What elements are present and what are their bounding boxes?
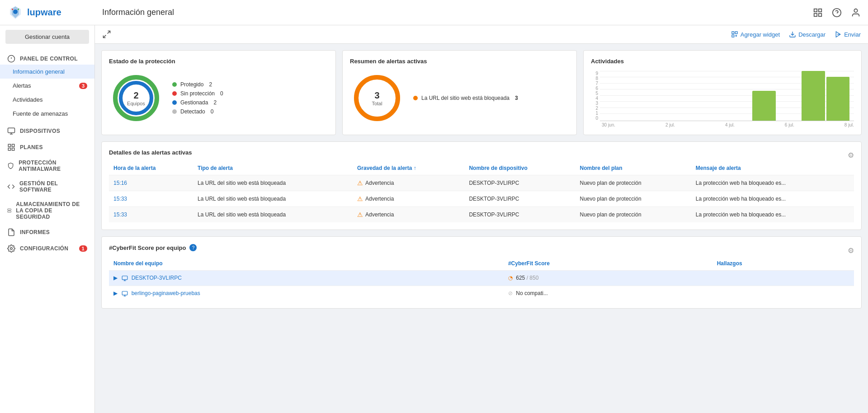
cyberfit-device-2-name[interactable]: berlingo-paginaweb-pruebas [132,290,200,296]
svg-rect-6 [819,9,821,11]
user-icon[interactable] [851,8,861,18]
alert-type-3[interactable]: La URL del sitio web está bloqueada [193,207,353,223]
alerts-card-title: Resumen de alertas activas [350,58,569,65]
expand-row-1-icon[interactable]: ▶ [113,275,118,281]
alerts-table: Hora de la alerta Tipo de alerta Graveda… [109,161,854,222]
sidebar-section-planes-header[interactable]: PLANES [7,143,87,151]
add-widget-label: Agregar widget [741,31,780,38]
informes-icon [7,228,15,236]
download-button[interactable]: Descargar [789,31,826,38]
alert-severity-warning-3: ⚠ Advertencia [357,211,460,218]
cyberfit-table-head: Nombre del equipo #CyberFit Score Hallaz… [109,257,854,271]
alert-time-1: 15:16 [109,175,193,191]
cyberfit-device-1-name[interactable]: DESKTOP-3VLIRPC [132,275,182,281]
cyberfit-help-icon[interactable]: ? [189,244,197,251]
logo-label: lupware [27,7,61,18]
sin-proteccion-label: Sin protección [180,90,215,97]
svg-point-11 [854,9,857,12]
sidebar-section-panel-header[interactable]: PANEL DE CONTROL [7,55,87,63]
sidebar-section-dispositivos-header[interactable]: DISPOSITIVOS [7,127,87,135]
main-toolbar: Agregar widget Descargar Enviar [95,25,868,44]
almacenamiento-icon [7,206,11,215]
add-widget-icon [731,31,738,38]
header-icons [813,8,861,18]
alertas-badge: 3 [79,83,87,89]
sidebar-section-almacenamiento-header[interactable]: ALMACENAMIENTO DE LA COPIA DE SEGURIDAD [7,201,87,220]
layout: Gestionar cuenta PANEL DE CONTROL Inform… [0,25,868,413]
x-label-2: 2 jul. [665,122,675,127]
cyberfit-header-row: #CyberFit Score por equipo ? ⚙ [109,244,854,257]
col-tipo-alerta: Tipo de alerta [193,161,353,175]
sidebar-item-fuente-amenazas[interactable]: Fuente de amenazas [0,107,94,121]
logo: lupware [7,5,102,21]
sidebar-item-fuente-amenazas-label: Fuente de amenazas [13,110,87,117]
add-widget-button[interactable]: Agregar widget [731,31,780,38]
sidebar-item-alertas[interactable]: Alertas 3 [0,79,94,93]
top-header: lupware Información general [0,0,868,25]
sidebar-item-info-general[interactable]: Información general [0,65,94,79]
sidebar: Gestionar cuenta PANEL DE CONTROL Inform… [0,25,95,413]
score-compat-icon-2: ⊘ [508,290,513,296]
alerts-table-body: 15:16 La URL del sitio web está bloquead… [109,175,854,223]
sidebar-section-gestion-software-header[interactable]: GESTIÓN DEL SOFTWARE [7,180,87,193]
almacenamiento-section-label: ALMACENAMIENTO DE LA COPIA DE SEGURIDAD [16,201,87,220]
alerts-donut: 3 Total [350,71,404,125]
expand-icon[interactable] [102,30,111,39]
alert-device-3: DESKTOP-3VLIRPC [464,207,575,223]
cyberfit-table: Nombre del equipo #CyberFit Score Hallaz… [109,257,854,301]
alert-plan-2: Nuevo plan de protección [576,191,691,207]
panel-section-label: PANEL DE CONTROL [20,56,78,62]
sidebar-section-planes: PLANES [0,137,94,153]
cyberfit-table-body: ▶ DESKTOP-3VLIRPC ◔ 625 / 850 [109,271,854,301]
cyberfit-settings-button[interactable]: ⚙ [848,246,854,255]
alert-url-dot [413,96,418,100]
svg-rect-8 [819,13,821,16]
x-label-3: 4 jul. [725,122,735,127]
sidebar-item-actividades[interactable]: Actividades [0,93,94,107]
alert-severity-warning-1: ⚠ Advertencia [357,179,460,187]
alert-type-2[interactable]: La URL del sitio web está bloqueada [193,191,353,207]
sidebar-section-proteccion: PROTECCIÓN ANTIMALWARE [0,153,94,174]
sidebar-section-proteccion-header[interactable]: PROTECCIÓN ANTIMALWARE [7,160,87,172]
sidebar-section-informes: INFORMES [0,222,94,238]
main-content-area: Agregar widget Descargar Enviar [95,25,868,413]
sidebar-section-informes-header[interactable]: INFORMES [7,228,87,236]
activities-card-title: Actividades [591,58,854,65]
protegido-dot [172,82,177,87]
manage-account-button[interactable]: Gestionar cuenta [5,30,89,44]
dispositivos-section-label: DISPOSITIVOS [20,128,60,134]
alerts-center-number: 3 [372,90,382,101]
cyberfit-row-2: ▶ berlingo-paginaweb-pruebas ⊘ No compat… [109,286,854,300]
chart-bars-area [600,71,854,121]
score-max-1: 850 [529,275,538,281]
cyberfit-section: #CyberFit Score por equipo ? ⚙ Nombre de… [101,236,862,309]
table-row: 15:33 La URL del sitio web está bloquead… [109,207,854,223]
protegido-label: Protegido [180,81,203,88]
col-hallazgos: Hallazgos [712,257,854,271]
detectado-label: Detectado [180,108,205,115]
svg-rect-18 [8,144,10,146]
sidebar-section-configuracion-header[interactable]: CONFIGURACIÓN 1 [7,244,87,253]
chart-x-axis: 30 jun. 2 jul. 4 jul. 6 jul. 8 jul. [591,121,854,127]
download-icon [789,31,796,38]
score-partial-icon-1: ◔ [508,275,513,281]
monitor-icon-2 [122,291,128,297]
alerts-settings-button[interactable]: ⚙ [848,151,854,160]
alert-message-2: La protección web ha bloqueado es... [691,191,854,207]
sin-proteccion-value: 0 [220,90,223,97]
alerts-table-header-row: Hora de la alerta Tipo de alerta Graveda… [109,161,854,175]
chart-y-axis: 9 8 7 6 5 4 3 2 1 0 [591,71,600,121]
help-icon[interactable] [832,8,842,18]
alerts-table-section: Detalles de las alertas activas ⚙ Hora d… [101,141,862,230]
alert-time-2: 15:33 [109,191,193,207]
expand-row-2-icon[interactable]: ▶ [113,290,118,296]
send-button[interactable]: Enviar [835,31,861,38]
warning-icon-2: ⚠ [357,195,363,202]
grid-icon[interactable] [813,8,823,18]
alert-type-1[interactable]: La URL del sitio web está bloqueada [193,175,353,191]
sidebar-section-almacenamiento: ALMACENAMIENTO DE LA COPIA DE SEGURIDAD [0,195,94,222]
score-value-1: 625 [516,275,525,281]
configuracion-badge: 1 [79,245,87,252]
cyberfit-header-row: Nombre del equipo #CyberFit Score Hallaz… [109,257,854,271]
logo-icon [7,5,24,21]
